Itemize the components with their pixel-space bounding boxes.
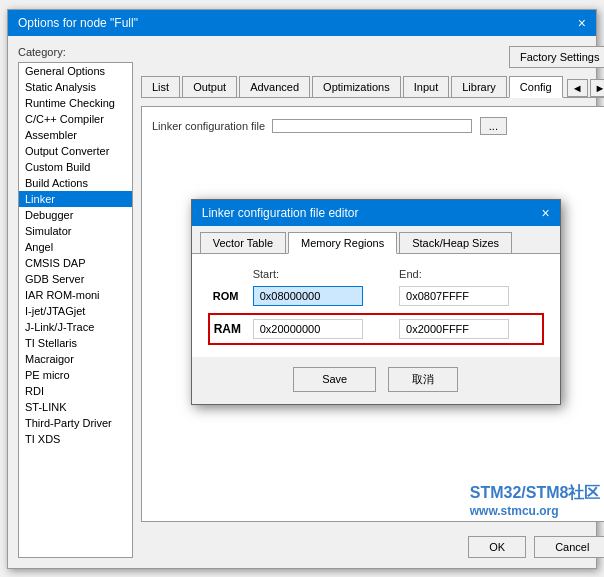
start-col-header: Start: <box>249 266 395 282</box>
inner-cancel-button[interactable]: 取消 <box>388 367 458 392</box>
sidebar-item-c-c---compiler[interactable]: C/C++ Compiler <box>19 111 132 127</box>
sidebar-item-debugger[interactable]: Debugger <box>19 207 132 223</box>
sidebar-item-assembler[interactable]: Assembler <box>19 127 132 143</box>
sidebar-item-ti-xds[interactable]: TI XDS <box>19 431 132 447</box>
ram-start-cell <box>249 314 395 344</box>
inner-tabs-row: Vector TableMemory RegionsStack/Heap Siz… <box>192 226 560 254</box>
inner-save-button[interactable]: Save <box>293 367 376 392</box>
ram-label: RAM <box>214 322 241 336</box>
inner-dialog-overlay: Linker configuration file editor × Vecto… <box>141 46 604 558</box>
sidebar-item-st-link[interactable]: ST-LINK <box>19 399 132 415</box>
sidebar-item-angel[interactable]: Angel <box>19 239 132 255</box>
rom-end-cell <box>395 282 543 310</box>
sidebar-item-simulator[interactable]: Simulator <box>19 223 132 239</box>
sidebar-item-runtime-checking[interactable]: Runtime Checking <box>19 95 132 111</box>
inner-tab-memory-regions[interactable]: Memory Regions <box>288 232 397 254</box>
inner-tab-vector-table[interactable]: Vector Table <box>200 232 286 253</box>
sidebar: Category: General OptionsStatic Analysis… <box>18 46 133 558</box>
sidebar-item-output-converter[interactable]: Output Converter <box>19 143 132 159</box>
sidebar-item-cmsis-dap[interactable]: CMSIS DAP <box>19 255 132 271</box>
sidebar-item-iar-rom-moni[interactable]: IAR ROM-moni <box>19 287 132 303</box>
inner-title-bar: Linker configuration file editor × <box>192 200 560 226</box>
main-title-bar: Options for node "Full" × <box>8 10 596 36</box>
main-close-button[interactable]: × <box>578 16 586 30</box>
sidebar-list: General OptionsStatic AnalysisRuntime Ch… <box>18 62 133 558</box>
sidebar-item-rdi[interactable]: RDI <box>19 383 132 399</box>
main-dialog-title: Options for node "Full" <box>18 16 138 30</box>
ram-label-cell: RAM <box>209 314 249 344</box>
table-row-rom: ROM <box>209 282 543 310</box>
sidebar-item-general-options[interactable]: General Options <box>19 63 132 79</box>
main-dialog: Options for node "Full" × Category: Gene… <box>7 9 597 569</box>
inner-dialog-title: Linker configuration file editor <box>202 206 359 220</box>
inner-tab-stack-heap-sizes[interactable]: Stack/Heap Sizes <box>399 232 512 253</box>
sidebar-item-pe-micro[interactable]: PE micro <box>19 367 132 383</box>
content-area: Factory Settings ListOutputAdvancedOptim… <box>141 46 604 558</box>
category-label: Category: <box>18 46 133 58</box>
sidebar-item-linker[interactable]: Linker <box>19 191 132 207</box>
inner-close-button[interactable]: × <box>542 205 550 221</box>
sidebar-item-third-party-driver[interactable]: Third-Party Driver <box>19 415 132 431</box>
rom-end-input[interactable] <box>399 286 509 306</box>
ram-end-cell <box>395 314 543 344</box>
end-col-header: End: <box>395 266 543 282</box>
ram-start-input[interactable] <box>253 319 363 339</box>
sidebar-item-ti-stellaris[interactable]: TI Stellaris <box>19 335 132 351</box>
sidebar-item-build-actions[interactable]: Build Actions <box>19 175 132 191</box>
sidebar-item-j-link-j-trace[interactable]: J-Link/J-Trace <box>19 319 132 335</box>
memory-table: Start: End: ROM <box>208 266 544 345</box>
sidebar-item-custom-build[interactable]: Custom Build <box>19 159 132 175</box>
table-row-ram: RAM <box>209 314 543 344</box>
dialog-body: Category: General OptionsStatic Analysis… <box>8 36 596 568</box>
inner-dialog: Linker configuration file editor × Vecto… <box>191 199 561 405</box>
sidebar-item-gdb-server[interactable]: GDB Server <box>19 271 132 287</box>
rom-start-cell <box>249 282 395 310</box>
ram-end-input[interactable] <box>399 319 509 339</box>
inner-content: Start: End: ROM <box>192 254 560 357</box>
rom-label: ROM <box>209 282 249 310</box>
rom-start-input[interactable] <box>253 286 363 306</box>
sidebar-item-static-analysis[interactable]: Static Analysis <box>19 79 132 95</box>
start-label: Start: <box>253 268 279 280</box>
sidebar-item-macraigor[interactable]: Macraigor <box>19 351 132 367</box>
col-spacer <box>209 266 249 282</box>
sidebar-item-i-jet-jtagjet[interactable]: I-jet/JTAGjet <box>19 303 132 319</box>
inner-dialog-buttons: Save 取消 <box>192 357 560 404</box>
table-header-row: Start: End: <box>209 266 543 282</box>
end-label: End: <box>399 268 422 280</box>
